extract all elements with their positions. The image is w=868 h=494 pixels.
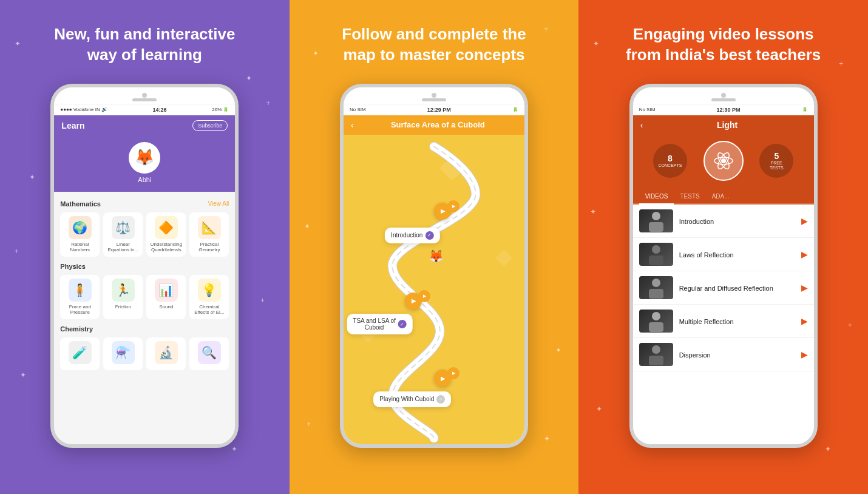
sound-label: Sound xyxy=(159,304,173,310)
back-arrow-icon-3[interactable]: ‹ xyxy=(640,120,643,130)
play-button-laws[interactable]: ▶ xyxy=(801,249,808,259)
phone-3-frame: No SIM 12:30 PM 🔋 ‹ Light 8 CONCEPTS xyxy=(629,84,818,448)
video-name-introduction: Introduction xyxy=(679,218,714,225)
play-button-regular[interactable]: ▶ xyxy=(801,283,808,293)
thumb-inner-3 xyxy=(639,276,673,299)
video-item-multiple[interactable]: Multiple Reflection ▶ xyxy=(633,305,814,338)
phone-3-time: 12:30 PM xyxy=(716,107,740,113)
svg-rect-7 xyxy=(649,255,663,265)
video-name-multiple: Multiple Reflection xyxy=(679,318,734,325)
subject-chem-2[interactable]: ⚗️ xyxy=(103,337,143,370)
concept-circle-atom[interactable] xyxy=(704,141,744,181)
phone-1-frame: ●●●● Vodafone IN 🔊 14:26 26% 🔋 Learn Sub… xyxy=(50,84,239,448)
video-list[interactable]: Introduction ▶ Laws of Re xyxy=(633,205,814,444)
play-button-dispersion[interactable]: ▶ xyxy=(801,350,808,359)
video-thumb-1 xyxy=(639,209,673,232)
profile-area: 🦊 Abhi xyxy=(54,136,235,192)
tests-label: FREE TESTS xyxy=(770,161,784,170)
phone-1-battery: 26% 🔋 xyxy=(212,107,229,112)
chem-3-icon: 🔬 xyxy=(155,341,178,364)
panel-1-heading: New, fun and interactive way of learning xyxy=(54,24,235,66)
thumb-inner-4 xyxy=(639,310,673,333)
video-item-regular[interactable]: Regular and Diffused Reflection ▶ xyxy=(633,271,814,305)
panel-3-heading: Engaging video lessons from India's best… xyxy=(626,24,821,66)
phone-2-battery: 🔋 xyxy=(512,107,518,112)
tab-adaptive[interactable]: ADA... xyxy=(706,189,736,203)
friction-label: Friction xyxy=(115,304,131,310)
map-title: Surface Area of a Cuboid xyxy=(359,120,517,129)
video-info-introduction: Introduction xyxy=(679,215,795,226)
concept-node-introduction[interactable]: Introduction ✓ xyxy=(385,228,439,243)
subscribe-button[interactable]: Subscribe xyxy=(192,120,228,131)
svg-point-8 xyxy=(652,279,660,287)
phone-2-top-bar xyxy=(344,87,524,104)
video-tabs: VIDEOS TESTS ADA... xyxy=(633,189,814,205)
atom-icon xyxy=(713,150,734,172)
phone-2-camera xyxy=(432,93,436,98)
concepts-row: 8 CONCEPTS 5 FREE TESTS xyxy=(633,135,814,189)
video-thumb-3 xyxy=(639,276,673,299)
phone-3-speaker xyxy=(711,98,736,101)
video-item-dispersion[interactable]: Dispersion ▶ xyxy=(633,338,814,371)
video-info-laws: Laws of Reflection xyxy=(679,249,795,260)
quadrilaterals-icon: 🔶 xyxy=(155,216,178,239)
phone-2-status-bar: No SIM 12:29 PM 🔋 xyxy=(344,104,524,115)
tab-tests[interactable]: TESTS xyxy=(674,189,705,203)
concept-node-tsa-label: TSA and LSA ofCuboid xyxy=(353,317,396,331)
concept-node-playing[interactable]: Playing With Cuboid ○ xyxy=(373,391,451,407)
svg-point-4 xyxy=(652,212,660,220)
subject-quadrilaterals[interactable]: 🔶 Understanding Quadrilaterals xyxy=(146,212,186,257)
force-pressure-label: Force and Pressure xyxy=(63,304,97,316)
subject-friction[interactable]: 🏃 Friction xyxy=(103,275,143,319)
thumb-inner-1 xyxy=(639,209,673,232)
friction-icon: 🏃 xyxy=(112,279,135,302)
concept-node-tsa[interactable]: TSA and LSA ofCuboid ✓ xyxy=(347,314,413,334)
phone-2-speaker xyxy=(422,98,446,101)
video-item-laws[interactable]: Laws of Reflection ▶ xyxy=(633,238,814,271)
chemistry-title: Chemistry xyxy=(60,325,93,333)
view-all-math[interactable]: View All xyxy=(208,200,229,207)
play-button-multiple[interactable]: ▶ xyxy=(801,316,808,326)
svg-rect-13 xyxy=(649,356,663,365)
subject-sound[interactable]: 📊 Sound xyxy=(146,275,186,319)
phone-1-speaker xyxy=(132,98,157,101)
video-header: ‹ Light xyxy=(633,115,814,135)
map-header: ‹ Surface Area of a Cuboid xyxy=(344,115,524,135)
sound-icon: 📊 xyxy=(155,279,178,302)
video-thumb-5 xyxy=(639,343,673,366)
video-title: Light xyxy=(648,120,806,130)
check-icon-3: ○ xyxy=(436,395,445,404)
subject-force-pressure[interactable]: 🧍 Force and Pressure xyxy=(60,275,100,319)
linear-equations-icon: ⚖️ xyxy=(112,216,135,239)
subject-rational-numbers[interactable]: 🌍 Rational Numbers xyxy=(60,212,100,257)
video-name-laws: Laws of Reflection xyxy=(679,251,734,259)
teacher-icon-2 xyxy=(644,243,668,265)
math-grid: 🌍 Rational Numbers ⚖️ Linear Equations i… xyxy=(60,212,229,257)
tab-videos[interactable]: VIDEOS xyxy=(639,189,674,205)
chemistry-section-header: Chemistry xyxy=(60,325,229,333)
physics-section-header: Physics xyxy=(60,263,229,270)
subject-chem-4[interactable]: 🔍 xyxy=(189,337,229,370)
back-arrow-icon[interactable]: ‹ xyxy=(351,120,354,130)
subject-linear-equations[interactable]: ⚖️ Linear Equations in... xyxy=(103,212,143,257)
chem-2-icon: ⚗️ xyxy=(112,341,135,364)
subject-practical-geometry[interactable]: 📐 Practical Geometry xyxy=(189,212,229,257)
chemical-icon: 💡 xyxy=(198,279,221,302)
video-name-regular: Regular and Diffused Reflection xyxy=(679,285,773,292)
subject-chemical[interactable]: 💡 Chemical Effects of El... xyxy=(189,275,229,319)
video-info-regular: Regular and Diffused Reflection xyxy=(679,282,795,293)
play-button-introduction[interactable]: ▶ xyxy=(801,216,808,226)
phone-1-camera xyxy=(142,93,147,98)
svg-rect-9 xyxy=(649,289,663,299)
learn-content[interactable]: Mathematics View All 🌍 Rational Numbers … xyxy=(54,192,235,444)
phone-1-status-bar: ●●●● Vodafone IN 🔊 14:26 26% 🔋 xyxy=(54,104,235,115)
subject-chem-3[interactable]: 🔬 xyxy=(146,337,186,370)
panel-3: ✦ + ✦ + ✦ ✦ Engaging video lessons from … xyxy=(578,0,868,494)
chem-4-icon: 🔍 xyxy=(198,341,221,364)
subject-chem-1[interactable]: 🧪 xyxy=(60,337,100,370)
rational-numbers-label: Rational Numbers xyxy=(63,242,97,253)
force-pressure-icon: 🧍 xyxy=(69,279,92,302)
video-item-introduction[interactable]: Introduction ▶ xyxy=(633,205,814,238)
learn-title: Learn xyxy=(61,121,84,130)
practical-geometry-icon: 📐 xyxy=(198,216,221,239)
